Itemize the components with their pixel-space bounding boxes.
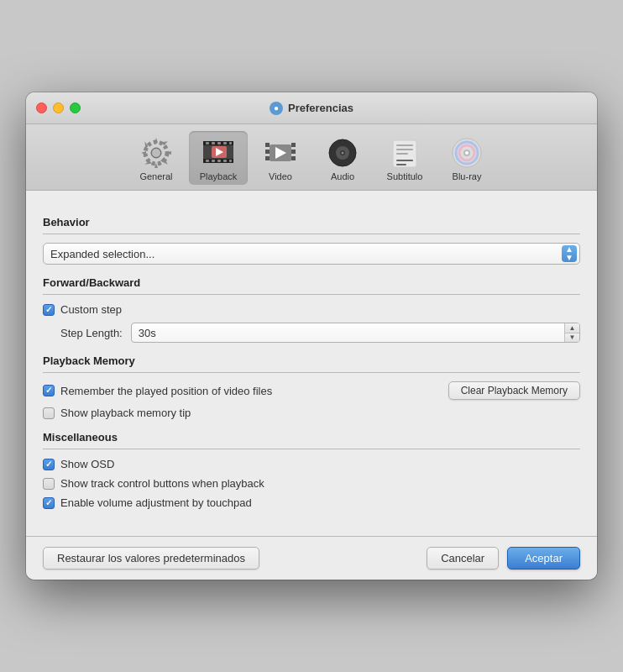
content-area: Behavior Expanded selection... Normal Co… xyxy=(26,191,597,529)
svg-rect-8 xyxy=(217,142,221,144)
toolbar-label-general: General xyxy=(139,171,172,181)
toolbar-item-audio[interactable]: Audio xyxy=(313,131,372,185)
playback-memory-section-header: Playback Memory xyxy=(43,354,580,367)
toolbar-item-bluray[interactable]: Blu-ray xyxy=(437,131,496,185)
video-icon xyxy=(262,134,299,171)
cancel-button[interactable]: Cancelar xyxy=(427,547,499,570)
traffic-lights xyxy=(36,102,81,113)
toolbar-item-playback[interactable]: Playback xyxy=(189,131,248,185)
remember-position-checkbox[interactable] xyxy=(43,385,55,396)
show-osd-row: Show OSD xyxy=(43,458,580,470)
playback-memory-title: Playback Memory xyxy=(43,354,580,367)
svg-rect-34 xyxy=(396,160,413,161)
playback-memory-divider xyxy=(43,372,580,373)
svg-rect-7 xyxy=(212,142,215,144)
svg-rect-14 xyxy=(223,160,227,162)
show-osd-label: Show OSD xyxy=(60,458,114,470)
footer: Restaurar los valores predeterminados Ca… xyxy=(26,536,597,580)
svg-rect-18 xyxy=(265,143,270,147)
remember-position-label: Remember the played position of video fi… xyxy=(60,385,272,397)
svg-rect-9 xyxy=(223,142,227,144)
svg-point-29 xyxy=(342,152,344,155)
forward-backward-section-header: Forward/Backward xyxy=(43,276,580,289)
svg-rect-15 xyxy=(229,160,232,162)
clear-playback-memory-button[interactable]: Clear Playback Memory xyxy=(448,381,580,400)
step-length-label: Step Length: xyxy=(60,327,123,339)
step-length-input[interactable] xyxy=(131,323,580,343)
subtitle-icon xyxy=(386,134,423,171)
svg-rect-33 xyxy=(396,153,408,155)
behavior-section-header: Behavior xyxy=(43,216,580,228)
titlebar: ● Preferencias xyxy=(26,92,597,124)
miscellaneous-section-header: Miscellaneous xyxy=(43,431,580,444)
svg-rect-35 xyxy=(396,164,406,165)
minimize-button[interactable] xyxy=(53,102,64,113)
bluray-icon xyxy=(448,134,485,171)
behavior-dropdown-wrapper: Expanded selection... Normal Compact ▲ ▼ xyxy=(43,243,580,265)
svg-point-40 xyxy=(465,151,469,155)
show-osd-checkbox[interactable] xyxy=(43,459,55,470)
behavior-divider xyxy=(43,234,580,234)
show-tip-checkbox[interactable] xyxy=(43,407,55,419)
enable-volume-checkbox[interactable] xyxy=(43,497,55,509)
custom-step-row: Custom step xyxy=(43,303,580,316)
svg-rect-12 xyxy=(212,160,215,162)
miscellaneous-divider xyxy=(43,449,580,449)
svg-point-2 xyxy=(152,149,160,157)
restore-defaults-button[interactable]: Restaurar los valores predeterminados xyxy=(43,547,259,570)
svg-rect-20 xyxy=(265,156,270,160)
remember-position-row: Remember the played position of video fi… xyxy=(43,381,580,400)
svg-rect-10 xyxy=(229,142,232,144)
accept-button[interactable]: Aceptar xyxy=(507,547,580,570)
svg-rect-6 xyxy=(206,142,209,144)
svg-rect-19 xyxy=(265,150,270,154)
step-length-row: Step Length: ▲ ▼ xyxy=(43,323,580,343)
toolbar-label-playback: Playback xyxy=(200,171,238,181)
show-track-controls-checkbox[interactable] xyxy=(43,478,55,490)
footer-right: Cancelar Aceptar xyxy=(427,547,580,570)
step-length-input-wrapper: ▲ ▼ xyxy=(131,323,580,343)
behavior-dropdown[interactable]: Expanded selection... Normal Compact xyxy=(43,243,580,265)
titlebar-text: Preferencias xyxy=(288,102,353,114)
svg-rect-23 xyxy=(291,156,296,160)
close-button[interactable] xyxy=(36,102,47,113)
toolbar-item-video[interactable]: Video xyxy=(251,131,310,185)
toolbar-label-video: Video xyxy=(269,171,292,181)
forward-backward-divider xyxy=(43,294,580,295)
toolbar-label-subtitulo: Subtitulo xyxy=(387,171,423,181)
enable-volume-label: Enable volume adjustment by touchpad xyxy=(60,496,252,509)
toolbar-label-bluray: Blu-ray xyxy=(453,171,482,181)
svg-rect-21 xyxy=(291,143,296,147)
stepper-up-button[interactable]: ▲ xyxy=(565,323,579,333)
show-track-controls-label: Show track control buttons when playback xyxy=(60,477,264,490)
step-length-stepper: ▲ ▼ xyxy=(564,323,579,342)
svg-rect-31 xyxy=(396,144,413,146)
gear-icon xyxy=(138,134,175,171)
show-tip-row: Show playback memory tip xyxy=(43,407,580,419)
preferences-window: ● Preferencias xyxy=(26,92,597,580)
remember-position-checkbox-row: Remember the played position of video fi… xyxy=(43,385,272,397)
svg-rect-11 xyxy=(206,160,209,162)
svg-rect-13 xyxy=(217,160,221,162)
titlebar-app-icon: ● xyxy=(270,102,283,115)
show-track-controls-row: Show track control buttons when playback xyxy=(43,477,580,490)
miscellaneous-title: Miscellaneous xyxy=(43,431,580,444)
enable-volume-row: Enable volume adjustment by touchpad xyxy=(43,496,580,509)
behavior-title: Behavior xyxy=(43,216,580,228)
footer-left: Restaurar los valores predeterminados xyxy=(43,547,259,570)
film-icon xyxy=(200,134,237,171)
toolbar-item-general[interactable]: General xyxy=(127,131,186,185)
svg-rect-32 xyxy=(396,149,413,150)
toolbar-item-subtitulo[interactable]: Subtitulo xyxy=(375,131,434,185)
stepper-down-button[interactable]: ▼ xyxy=(565,333,579,343)
svg-rect-22 xyxy=(291,150,296,154)
custom-step-checkbox[interactable] xyxy=(43,304,55,316)
toolbar: General xyxy=(26,124,597,191)
audio-icon xyxy=(324,134,361,171)
show-tip-label: Show playback memory tip xyxy=(60,407,191,419)
custom-step-label: Custom step xyxy=(60,303,122,316)
forward-backward-title: Forward/Backward xyxy=(43,276,580,289)
titlebar-title: ● Preferencias xyxy=(270,102,353,115)
maximize-button[interactable] xyxy=(70,102,81,113)
toolbar-label-audio: Audio xyxy=(331,171,354,181)
